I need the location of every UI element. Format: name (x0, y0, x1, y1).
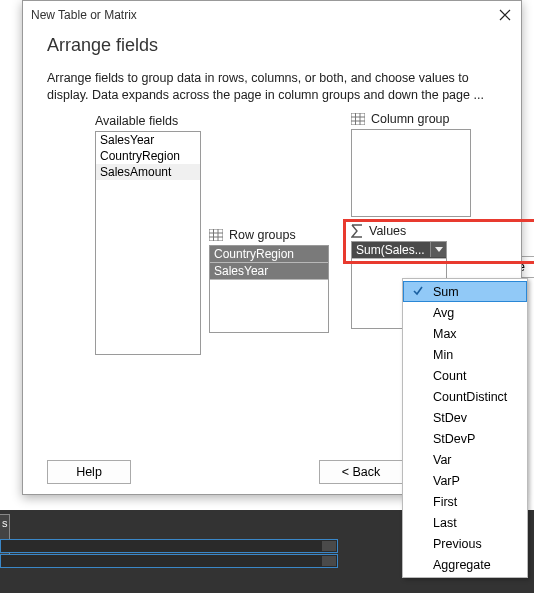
row-group-item[interactable]: CountryRegion (210, 246, 328, 263)
menu-item-min[interactable]: Min (403, 344, 527, 365)
list-item[interactable]: SalesYear (96, 132, 200, 148)
menu-item-aggregate[interactable]: Aggregate (403, 554, 527, 575)
menu-item-avg[interactable]: Avg (403, 302, 527, 323)
menu-item-stdev[interactable]: StDev (403, 407, 527, 428)
menu-item-var[interactable]: Var (403, 449, 527, 470)
menu-item-first[interactable]: First (403, 491, 527, 512)
available-fields-listbox[interactable]: SalesYear CountryRegion SalesAmount (95, 131, 201, 355)
column-groups-box[interactable] (351, 129, 471, 217)
menu-item-varp[interactable]: VarP (403, 470, 527, 491)
list-item[interactable]: SalesAmount (96, 164, 200, 180)
column-groups-label: Column group (351, 112, 471, 126)
page-description: Arrange fields to group data in rows, co… (47, 70, 497, 104)
values-label: Values (351, 224, 447, 238)
list-item[interactable]: CountryRegion (96, 148, 200, 164)
menu-item-max[interactable]: Max (403, 323, 527, 344)
menu-item-countdistinct[interactable]: CountDistinct (403, 386, 527, 407)
menu-item-sum[interactable]: Sum (403, 281, 527, 302)
svg-rect-10 (209, 229, 223, 241)
dialog-title: New Table or Matrix (31, 8, 137, 22)
available-fields-label: Available fields (95, 114, 187, 128)
help-button[interactable]: Help (47, 460, 131, 484)
menu-item-stdevp[interactable]: StDevP (403, 428, 527, 449)
menu-item-previous[interactable]: Previous (403, 533, 527, 554)
title-bar: New Table or Matrix (23, 1, 521, 29)
svg-rect-5 (351, 113, 365, 125)
row-group-item[interactable]: SalesYear (210, 263, 328, 280)
page-heading: Arrange fields (47, 35, 497, 56)
close-icon[interactable] (495, 5, 515, 25)
back-button[interactable]: < Back (319, 460, 403, 484)
menu-item-count[interactable]: Count (403, 365, 527, 386)
value-item[interactable]: Sum(Sales... (352, 242, 446, 259)
menu-item-last[interactable]: Last (403, 512, 527, 533)
bg-field-bars (0, 539, 338, 569)
aggregate-dropdown-button[interactable] (430, 242, 446, 257)
aggregate-context-menu: Sum Avg Max Min Count CountDistinct StDe… (402, 278, 528, 578)
row-groups-label: Row groups (209, 228, 329, 242)
check-icon (412, 285, 424, 297)
row-groups-box[interactable]: CountryRegion SalesYear (209, 245, 329, 333)
